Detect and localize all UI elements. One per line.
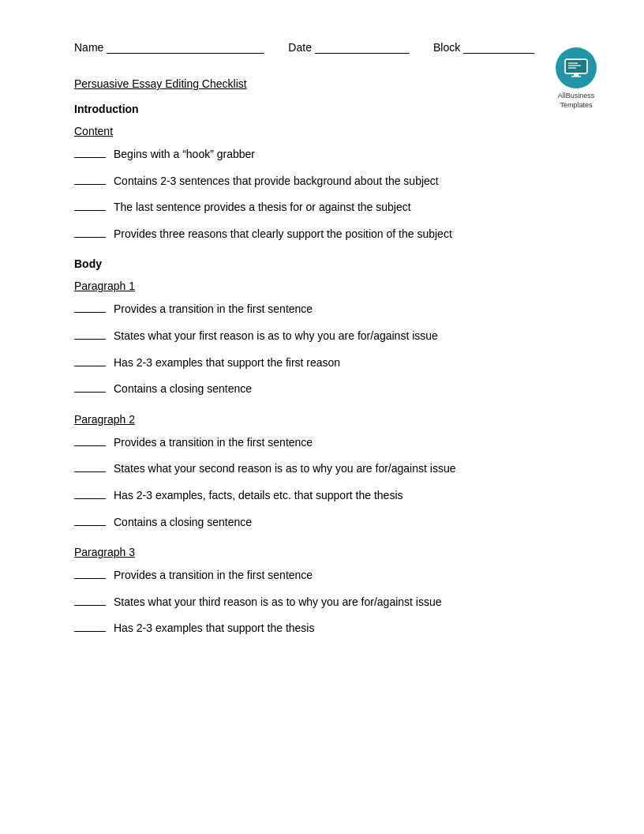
- list-item: States what your first reason is as to w…: [74, 329, 570, 344]
- item-text: Provides a transition in the first sente…: [114, 568, 313, 584]
- list-item: Provides a transition in the first sente…: [74, 435, 570, 451]
- logo-text: AllBusiness Templates: [558, 92, 595, 110]
- block-line: [463, 39, 534, 54]
- body-heading: Body: [74, 257, 570, 270]
- paragraph3-section: Paragraph 3 Provides a transition in the…: [74, 546, 570, 637]
- paragraph2-heading: Paragraph 2: [74, 413, 570, 426]
- section-body: Body Paragraph 1 Provides a transition i…: [74, 257, 570, 637]
- paragraph1-section: Paragraph 1 Provides a transition in the…: [74, 280, 570, 396]
- list-item: Provides a transition in the first sente…: [74, 302, 570, 317]
- item-text: Begins with a “hook” grabber: [114, 147, 255, 163]
- blank-line: [74, 237, 106, 238]
- blank-line: [74, 366, 106, 366]
- paragraph3-heading: Paragraph 3: [74, 546, 570, 558]
- list-item: Has 2-3 examples that support the thesis: [74, 621, 570, 637]
- introduction-heading: Introduction: [74, 103, 570, 115]
- blank-line: [74, 445, 106, 446]
- item-text: States what your third reason is as to w…: [114, 595, 442, 610]
- name-label: Name: [74, 41, 103, 54]
- list-item: Contains a closing sentence: [74, 515, 570, 531]
- item-text: Has 2-3 examples that support the thesis: [114, 621, 314, 637]
- item-text: States what your second reason is as to …: [114, 461, 455, 477]
- item-text: The last sentence provides a thesis for …: [114, 200, 411, 216]
- blank-line: [74, 157, 106, 158]
- list-item: States what your second reason is as to …: [74, 461, 570, 477]
- list-item: Begins with a “hook” grabber: [74, 147, 570, 163]
- list-item: Has 2-3 examples, facts, details etc. th…: [74, 488, 570, 504]
- title-text: Persuasive Essay Editing Checklist: [74, 77, 570, 90]
- list-item: Has 2-3 examples that support the first …: [74, 355, 570, 371]
- item-text: Provides a transition in the first sente…: [114, 302, 313, 317]
- blank-line: [74, 392, 106, 393]
- list-item: Provides three reasons that clearly supp…: [74, 227, 570, 242]
- list-item: Provides a transition in the first sente…: [74, 568, 570, 584]
- introduction-content: Content Begins with a “hook” grabber Con…: [74, 125, 570, 242]
- header-row: Name Date Block: [74, 39, 570, 54]
- paragraph2-section: Paragraph 2 Provides a transition in the…: [74, 413, 570, 530]
- blank-line: [74, 339, 106, 340]
- list-item: States what your third reason is as to w…: [74, 595, 570, 610]
- blank-line: [74, 184, 106, 185]
- item-text: Provides a transition in the first sente…: [114, 435, 313, 451]
- item-text: Contains a closing sentence: [114, 515, 252, 531]
- blank-line: [74, 471, 106, 472]
- blank-line: [74, 498, 106, 499]
- blank-line: [74, 605, 106, 606]
- item-text: Has 2-3 examples that support the first …: [114, 355, 340, 371]
- paragraph1-heading: Paragraph 1: [74, 280, 570, 292]
- block-label: Block: [433, 41, 460, 54]
- list-item: The last sentence provides a thesis for …: [74, 200, 570, 216]
- date-field: Date: [288, 39, 410, 54]
- item-text: Contains a closing sentence: [114, 381, 252, 397]
- name-field: Name: [74, 39, 264, 54]
- blank-line: [74, 525, 106, 526]
- content-label: Content: [74, 125, 570, 137]
- item-text: States what your first reason is as to w…: [114, 329, 438, 344]
- list-item: Contains 2-3 sentences that provide back…: [74, 174, 570, 190]
- logo-circle: [556, 47, 597, 88]
- blank-line: [74, 578, 106, 579]
- list-item: Contains a closing sentence: [74, 381, 570, 397]
- name-line: [107, 39, 264, 54]
- date-line: [315, 39, 410, 54]
- blank-line: [74, 210, 106, 211]
- svg-rect-6: [574, 73, 578, 76]
- item-text: Has 2-3 examples, facts, details etc. th…: [114, 488, 403, 504]
- logo-icon: [564, 58, 589, 78]
- svg-rect-7: [571, 76, 581, 77]
- section-introduction: Introduction Content Begins with a “hook…: [74, 103, 570, 242]
- item-text: Contains 2-3 sentences that provide back…: [114, 174, 439, 190]
- item-text: Provides three reasons that clearly supp…: [114, 227, 452, 242]
- date-label: Date: [288, 41, 312, 54]
- blank-line: [74, 631, 106, 632]
- blank-line: [74, 312, 106, 313]
- svg-rect-2: [566, 60, 586, 73]
- header-fields: Name Date Block: [74, 39, 570, 54]
- logo-area: AllBusiness Templates: [556, 47, 597, 110]
- document-title: Persuasive Essay Editing Checklist: [74, 77, 570, 90]
- block-field: Block: [433, 39, 534, 54]
